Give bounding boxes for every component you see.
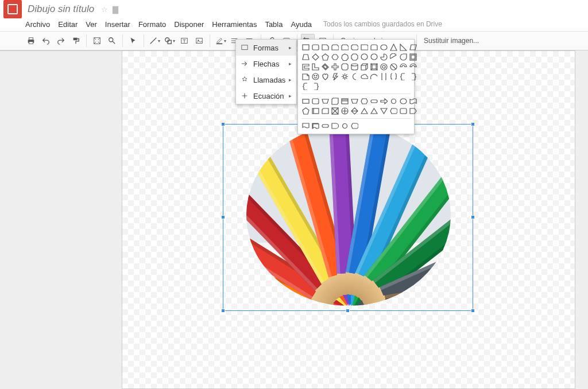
resize-handle[interactable] (346, 309, 350, 313)
shape-option-dstore[interactable] (341, 97, 349, 106)
shape-option-hexF[interactable] (360, 97, 369, 106)
shape-option-tape[interactable] (409, 97, 417, 106)
shape-option-fold[interactable] (301, 72, 310, 81)
shape-option-pent[interactable] (321, 53, 330, 61)
document-title[interactable]: Dibujo sin título (28, 3, 94, 15)
shape-option-flow2[interactable] (331, 97, 339, 106)
shape-option-tag[interactable] (409, 107, 417, 115)
shape-menu-ecuacion[interactable]: Ecuación ▸ (236, 88, 296, 104)
selected-image[interactable] (246, 125, 451, 306)
shape-menu-flechas[interactable]: Flechas ▸ (236, 56, 296, 72)
selection-box[interactable] (223, 124, 473, 311)
menu-formato[interactable]: Formato (138, 20, 166, 29)
shape-option-triU[interactable] (360, 107, 369, 115)
shape-option-snip2[interactable] (341, 43, 349, 52)
shape-menu-llamadas[interactable]: Llamadas ▸ (236, 72, 296, 88)
line-color-icon[interactable]: ▾ (214, 34, 227, 48)
menu-ver[interactable]: Ver (86, 20, 97, 29)
textbox-tool-icon[interactable] (177, 34, 191, 48)
shape-option-arc[interactable] (370, 72, 378, 81)
shape-option-cube[interactable] (360, 63, 369, 71)
shape-option-plaque[interactable] (341, 63, 349, 71)
replace-image-button[interactable]: Sustituir imagen... (420, 37, 482, 45)
menu-disponer[interactable]: Disponer (174, 20, 204, 29)
folder-icon[interactable]: ▇ (113, 5, 118, 14)
shape-option-block[interactable] (409, 63, 417, 71)
shape-option-can[interactable] (350, 63, 359, 71)
resize-handle[interactable] (471, 215, 475, 219)
shape-option-dec[interactable] (360, 53, 369, 61)
shape-option-cloud[interactable] (360, 72, 369, 81)
shape-option-donut[interactable] (380, 63, 388, 71)
shape-option-rect[interactable] (301, 43, 310, 52)
shape-option-ell[interactable] (380, 43, 388, 52)
shape-option-multi[interactable] (311, 122, 320, 130)
shape-option-flow1[interactable] (321, 97, 330, 106)
shape-option-rtri[interactable] (399, 43, 408, 52)
shape-option-disp[interactable] (389, 107, 398, 115)
shape-option-trap[interactable] (301, 53, 310, 61)
resize-handle[interactable] (221, 122, 225, 126)
shape-option-dec[interactable] (370, 53, 378, 61)
shape-option-term[interactable] (370, 97, 378, 106)
shape-option-nos[interactable] (389, 63, 398, 71)
shape-option-chord[interactable] (389, 53, 398, 61)
shape-option-docu[interactable] (301, 122, 310, 130)
shape-option-triD[interactable] (380, 107, 388, 115)
shape-option-circS[interactable] (341, 122, 349, 130)
shape-option-ell[interactable] (399, 97, 408, 106)
menu-tabla[interactable]: Tabla (265, 20, 283, 29)
shape-option-rectS[interactable] (301, 97, 310, 106)
fit-icon[interactable] (90, 34, 104, 48)
print-icon[interactable] (24, 34, 38, 48)
shape-option-delay[interactable] (331, 122, 339, 130)
shape-option-rrect[interactable] (311, 97, 320, 106)
menu-editar[interactable]: Editar (58, 20, 78, 29)
shape-option-brace2[interactable] (389, 72, 398, 81)
shape-option-L[interactable] (311, 63, 320, 71)
shape-option-hept[interactable] (341, 53, 349, 61)
shape-option-para[interactable] (409, 43, 417, 52)
shape-option-flag[interactable] (311, 107, 320, 115)
shape-option-disp[interactable] (350, 122, 359, 130)
shape-option-card[interactable] (321, 107, 330, 115)
menu-insertar[interactable]: Insertar (105, 20, 130, 29)
shape-option-oct[interactable] (350, 53, 359, 61)
shape-option-pie[interactable] (380, 53, 388, 61)
shape-option-dia[interactable] (311, 53, 320, 61)
shape-option-flow1[interactable] (350, 97, 359, 106)
resize-handle[interactable] (221, 215, 225, 219)
shape-option-xbox[interactable] (331, 107, 339, 115)
shape-option-brack2[interactable] (380, 72, 388, 81)
shape-option-block[interactable] (399, 63, 408, 71)
shape-option-term[interactable] (321, 122, 330, 130)
menu-herramientas[interactable]: Herramientas (212, 20, 257, 29)
shape-option-brackR[interactable] (311, 82, 320, 91)
redo-icon[interactable] (54, 34, 68, 48)
shape-option-sun[interactable] (341, 72, 349, 81)
shape-menu-formas[interactable]: Formas ▸ (236, 40, 296, 56)
shape-option-bevel[interactable] (370, 63, 378, 71)
shape-option-brackR[interactable] (409, 72, 417, 81)
shape-option-round2[interactable] (370, 43, 378, 52)
shape-option-pent[interactable] (301, 107, 310, 115)
shape-option-brackL[interactable] (399, 72, 408, 81)
shape-option-half[interactable] (301, 63, 310, 71)
paint-format-icon[interactable] (69, 34, 83, 48)
menu-archivo[interactable]: Archivo (25, 20, 50, 29)
shape-option-plus[interactable] (331, 63, 339, 71)
shape-option-hex[interactable] (331, 53, 339, 61)
shape-option-round1[interactable] (360, 43, 369, 52)
undo-icon[interactable] (39, 34, 53, 48)
shape-option-smile[interactable] (311, 72, 320, 81)
shape-option-snipD[interactable] (350, 43, 359, 52)
shape-option-heart[interactable] (321, 72, 330, 81)
shape-option-snip2[interactable] (331, 43, 339, 52)
shape-tool-icon[interactable]: ▾ (163, 34, 176, 48)
shape-option-triU[interactable] (370, 107, 378, 115)
shape-option-bolt[interactable] (331, 72, 339, 81)
shape-option-brackL[interactable] (301, 82, 310, 91)
shape-option-moon[interactable] (350, 72, 359, 81)
shape-option-frame[interactable] (409, 53, 417, 61)
shape-option-plusC[interactable] (341, 107, 349, 115)
